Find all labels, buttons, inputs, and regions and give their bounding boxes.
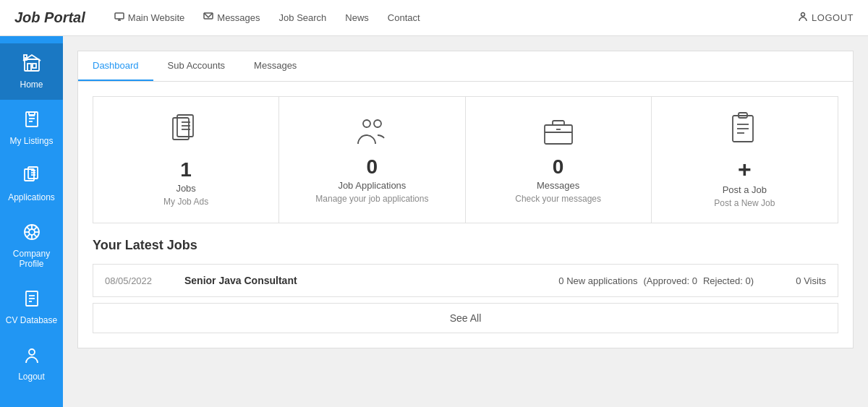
svg-point-4 bbox=[801, 13, 805, 17]
content-area: 1 Jobs My Job Ads 0 Job bbox=[77, 81, 854, 348]
messages-label: Messages bbox=[537, 180, 579, 191]
company-icon bbox=[22, 223, 41, 244]
listings-icon bbox=[22, 110, 41, 132]
stat-jobs[interactable]: 1 Jobs My Job Ads bbox=[93, 97, 279, 223]
stat-messages[interactable]: 0 Messages Check your messages bbox=[466, 97, 652, 223]
sidebar-item-listings[interactable]: My Listings bbox=[0, 100, 63, 156]
svg-rect-10 bbox=[26, 112, 38, 127]
new-apps-label: 0 New applications bbox=[558, 275, 637, 286]
messages-number: 0 bbox=[553, 155, 564, 179]
applications-label: Job Applications bbox=[338, 180, 406, 191]
svg-point-34 bbox=[29, 349, 35, 355]
svg-rect-5 bbox=[25, 59, 39, 71]
svg-line-28 bbox=[34, 227, 37, 230]
stats-grid: 1 Jobs My Job Ads 0 Job bbox=[93, 96, 838, 223]
sidebar-item-cv[interactable]: CV Database bbox=[0, 279, 63, 335]
approved-count: 0 bbox=[692, 275, 697, 286]
job-stats: 0 New applications (Approved: 0 Rejected… bbox=[558, 275, 754, 286]
sidebar-item-home[interactable]: Home bbox=[0, 43, 63, 100]
svg-line-26 bbox=[26, 227, 29, 230]
tab-sub-accounts[interactable]: Sub Accounts bbox=[153, 51, 240, 81]
sidebar-item-company[interactable]: Company Profile bbox=[0, 213, 63, 279]
see-all-button[interactable]: See All bbox=[93, 303, 838, 333]
applications-icon bbox=[22, 166, 41, 188]
logout-icon bbox=[798, 12, 808, 24]
cv-icon bbox=[22, 289, 41, 311]
svg-rect-0 bbox=[115, 13, 124, 19]
svg-point-40 bbox=[363, 120, 370, 127]
sidebar-label-logout: Logout bbox=[18, 372, 45, 382]
sidebar-item-logout[interactable]: Logout bbox=[0, 335, 63, 392]
svg-point-41 bbox=[374, 120, 381, 127]
nav-job-search[interactable]: Job Search bbox=[272, 8, 334, 27]
brand-title: Job Portal bbox=[14, 9, 85, 26]
layout: Home My Listings bbox=[0, 36, 868, 407]
sidebar-label-company: Company Profile bbox=[4, 249, 59, 269]
nav-contact[interactable]: Contact bbox=[380, 8, 427, 27]
svg-line-27 bbox=[34, 234, 37, 237]
job-date: 08/05/2022 bbox=[105, 275, 170, 286]
sidebar-label-cv: CV Database bbox=[6, 315, 57, 325]
latest-jobs-title: Your Latest Jobs bbox=[93, 238, 838, 253]
tab-messages[interactable]: Messages bbox=[239, 51, 311, 81]
stat-job-applications[interactable]: 0 Job Applications Manage your job appli… bbox=[279, 97, 465, 223]
job-visits: 0 Visits bbox=[768, 275, 826, 286]
jobs-label: Jobs bbox=[176, 183, 195, 194]
main-content: Dashboard Sub Accounts Messages bbox=[63, 36, 868, 407]
logout-button[interactable]: LOGOUT bbox=[798, 12, 854, 24]
tab-dashboard[interactable]: Dashboard bbox=[78, 51, 153, 81]
svg-rect-6 bbox=[27, 64, 31, 71]
sidebar: Home My Listings bbox=[0, 36, 63, 407]
sidebar-logout-icon bbox=[22, 346, 41, 367]
post-job-number: + bbox=[738, 156, 752, 183]
applications-number: 0 bbox=[367, 155, 378, 179]
sidebar-label-applications: Applications bbox=[8, 192, 55, 202]
sidebar-item-applications[interactable]: Applications bbox=[0, 156, 63, 213]
rejected-label: Rejected: 0) bbox=[703, 275, 754, 286]
svg-rect-42 bbox=[545, 125, 572, 144]
post-job-label: Post a Job bbox=[723, 184, 767, 195]
people-icon bbox=[354, 116, 390, 150]
message-icon bbox=[203, 12, 213, 23]
briefcase-icon bbox=[542, 116, 574, 150]
monitor-icon bbox=[114, 12, 124, 23]
jobs-sublabel: My Job Ads bbox=[163, 197, 208, 207]
top-nav-links: Main Website Messages Job Search News Co… bbox=[107, 8, 798, 27]
nav-messages[interactable]: Messages bbox=[196, 8, 267, 27]
table-row: 08/05/2022 Senior Java Consultant 0 New … bbox=[93, 264, 838, 297]
new-apps-count: 0 bbox=[558, 275, 563, 286]
home-icon bbox=[22, 53, 42, 75]
clipboard-icon bbox=[728, 111, 760, 150]
docs-icon bbox=[170, 113, 202, 153]
svg-rect-7 bbox=[33, 64, 36, 68]
stat-post-job[interactable]: + Post a Job Post a New Job bbox=[652, 97, 838, 223]
latest-jobs-section: Your Latest Jobs 08/05/2022 Senior Java … bbox=[93, 238, 838, 333]
messages-sublabel: Check your messages bbox=[515, 194, 601, 204]
job-title[interactable]: Senior Java Consultant bbox=[184, 275, 544, 286]
sidebar-label-home: Home bbox=[20, 80, 43, 90]
svg-rect-14 bbox=[29, 112, 35, 115]
nav-news[interactable]: News bbox=[338, 8, 376, 27]
nav-main-website[interactable]: Main Website bbox=[107, 8, 192, 27]
jobs-number: 1 bbox=[180, 158, 192, 181]
post-job-sublabel: Post a New Job bbox=[714, 198, 775, 208]
top-nav: Job Portal Main Website Messages Job Sea… bbox=[0, 0, 868, 36]
applications-sublabel: Manage your job applications bbox=[315, 194, 428, 204]
rejected-count: 0 bbox=[745, 275, 750, 286]
svg-point-21 bbox=[29, 229, 35, 235]
approved-label: (Approved: 0 bbox=[643, 275, 697, 286]
sidebar-label-listings: My Listings bbox=[9, 136, 53, 146]
tabs-container: Dashboard Sub Accounts Messages bbox=[77, 51, 854, 81]
svg-line-29 bbox=[26, 234, 29, 237]
